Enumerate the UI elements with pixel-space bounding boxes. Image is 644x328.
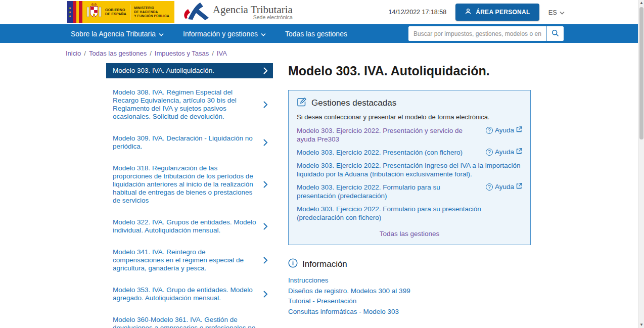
sidebar-item-5[interactable]: Modelo 341. IVA. Reintegro de compensaci…	[106, 245, 273, 276]
person-icon	[465, 8, 472, 17]
datetime: 14/12/2022 17:18:58	[388, 9, 446, 16]
external-link-icon	[516, 148, 522, 156]
featured-link-row: Modelo 303. Ejercicio 2022. Formulario p…	[297, 205, 522, 222]
agencia-tributaria-swoosh-icon	[182, 1, 210, 23]
chevron-down-icon	[159, 30, 164, 38]
info-link-0[interactable]: Instrucciones	[288, 275, 531, 286]
featured-actions-box: Gestiones destacadas Si desea confeccion…	[288, 90, 531, 245]
sidebar-item-7[interactable]: Modelo 360-Modelo 361. IVA. Gestión de d…	[106, 312, 273, 328]
chevron-right-icon	[263, 223, 268, 230]
info-link-1[interactable]: Diseños de registro. Modelos 300 al 399	[288, 286, 531, 297]
chevron-down-icon	[560, 9, 565, 16]
government-logo: ★★★ GOBIERNO DE ESPAÑA	[67, 1, 174, 23]
featured-link-row: Modelo 303. Ejercicio 2022. Presentación…	[297, 148, 522, 157]
nav-item-1[interactable]: Información y gestiones	[183, 30, 266, 38]
scrollbar-thumb[interactable]	[639, 7, 643, 139]
breadcrumb-link-2[interactable]: Impuestos y Tasas	[155, 50, 209, 57]
question-circle-icon: ?	[486, 183, 493, 191]
featured-links: Modelo 303. Ejercicio 2022. Presentación…	[297, 126, 522, 222]
nav-item-0[interactable]: Sobre la Agencia Tributaria	[71, 30, 164, 38]
question-circle-icon: ?	[486, 127, 493, 134]
spain-coat-of-arms-icon	[86, 3, 102, 22]
page-scrollbar[interactable]: ▲ ▼	[638, 0, 644, 328]
all-actions-link[interactable]: Todas las gestiones	[380, 230, 440, 238]
chevron-right-icon	[263, 257, 268, 264]
agencia-tributaria-logo[interactable]: Agencia Tributaria Sede electrónica	[182, 1, 293, 23]
ayuda-link[interactable]: ? Ayuda	[486, 126, 522, 134]
featured-link[interactable]: Modelo 303. Ejercicio 2022. Presentación…	[297, 161, 522, 178]
search-button[interactable]	[546, 26, 564, 41]
main-content: Modelo 303. IVA. Autoliquidación. Gestio…	[288, 63, 531, 328]
featured-link[interactable]: Modelo 303. Ejercicio 2022. Formulario p…	[297, 183, 479, 200]
gobierno-label: GOBIERNO DE ESPAÑA	[105, 8, 126, 16]
sidebar-item-4[interactable]: Modelo 322. IVA. Grupos de entidades. Mo…	[106, 215, 273, 238]
language-selector[interactable]: ES	[548, 9, 565, 16]
search-icon	[551, 29, 559, 38]
page-title: Modelo 303. IVA. Autoliquidación.	[288, 63, 531, 78]
sidebar-item-0[interactable]: Modelo 303. IVA. Autoliquidación.	[106, 63, 273, 78]
featured-subtitle: Si desea confeccionar y presentar el mod…	[297, 113, 522, 121]
scrollbar-down-arrow[interactable]: ▼	[638, 322, 644, 328]
featured-title: Gestiones destacadas	[311, 98, 396, 108]
sidebar-item-1[interactable]: Modelo 308. IVA. Régimen Especial del Re…	[106, 85, 273, 124]
featured-link-row: Modelo 303. Ejercicio 2022. Formulario p…	[297, 183, 522, 200]
edit-icon	[297, 97, 307, 109]
ayuda-link[interactable]: ? Ayuda	[486, 183, 522, 191]
scrollbar-up-arrow[interactable]: ▲	[638, 0, 644, 6]
info-link-2[interactable]: Tutorial - Presentación	[288, 296, 531, 307]
search-box	[408, 26, 564, 41]
featured-link-row: Modelo 303. Ejercicio 2022. Presentación…	[297, 161, 522, 178]
ayuda-link[interactable]: ? Ayuda	[486, 148, 522, 156]
featured-link[interactable]: Modelo 303. Ejercicio 2022. Formulario p…	[297, 205, 522, 222]
chevron-right-icon	[263, 67, 268, 74]
nav-menu: Sobre la Agencia Tributaria Información …	[71, 30, 347, 38]
ministerio-label: MINISTERIO DE HACIENDA Y FUNCIÓN PÚBLICA	[134, 6, 169, 18]
eu-flag-strip: ★★★	[67, 1, 73, 23]
breadcrumb-link-3[interactable]: IVA	[217, 50, 227, 57]
chevron-right-icon	[263, 291, 268, 298]
chevron-right-icon	[263, 101, 268, 108]
brand-name: Agencia Tributaria	[213, 4, 293, 15]
search-input[interactable]	[408, 26, 546, 41]
information-links: InstruccionesDiseños de registro. Modelo…	[288, 275, 531, 317]
sidebar-item-2[interactable]: Modelo 309. IVA. Declaración - Liquidaci…	[106, 131, 273, 154]
main-nav: Sobre la Agencia Tributaria Información …	[0, 24, 644, 43]
site-header: ★★★ GOBIERNO DE ESPAÑA	[0, 0, 644, 24]
info-link-3[interactable]: Consultas informáticas - Modelo 303	[288, 307, 531, 317]
question-circle-icon: ?	[486, 149, 493, 156]
model-list-sidebar: Modelo 303. IVA. Autoliquidación. Modelo…	[106, 63, 273, 328]
sidebar-item-3[interactable]: Modelo 318. Regularización de las propor…	[106, 161, 273, 208]
sidebar-item-6[interactable]: Modelo 353. IVA. Grupo de entidades. Mod…	[106, 283, 273, 306]
external-link-icon	[516, 126, 522, 134]
nav-item-2[interactable]: Todas las gestiones	[285, 30, 347, 38]
info-icon	[288, 258, 298, 270]
breadcrumb-link-1[interactable]: Todas las gestiones	[89, 50, 147, 57]
information-section: Información InstruccionesDiseños de regi…	[288, 258, 531, 317]
chevron-right-icon	[263, 139, 268, 146]
information-title: Información	[302, 259, 347, 269]
area-personal-button[interactable]: ÁREA PERSONAL	[455, 4, 539, 21]
external-link-icon	[516, 183, 522, 191]
breadcrumb: Inicio/Todas las gestiones/Impuestos y T…	[66, 50, 644, 57]
featured-link[interactable]: Modelo 303. Ejercicio 2022. Presentación…	[297, 126, 479, 144]
breadcrumb-link-0[interactable]: Inicio	[66, 50, 81, 57]
chevron-right-icon	[263, 181, 268, 188]
chevron-down-icon	[261, 30, 266, 38]
featured-link-row: Modelo 303. Ejercicio 2022. Presentación…	[297, 126, 522, 144]
featured-link[interactable]: Modelo 303. Ejercicio 2022. Presentación…	[297, 148, 463, 157]
